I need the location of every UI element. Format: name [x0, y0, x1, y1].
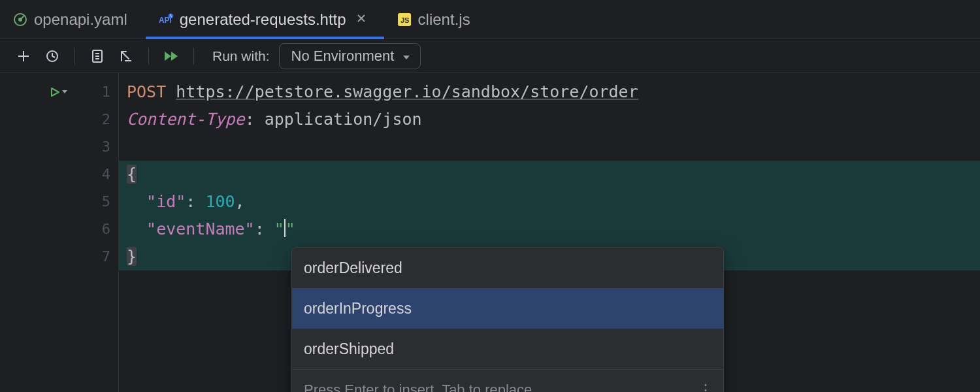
- completion-item[interactable]: orderDelivered: [292, 248, 723, 288]
- environment-value: No Environment: [291, 48, 395, 65]
- line-number: 5: [91, 188, 110, 216]
- gutter-row: 2: [0, 106, 118, 133]
- json-string-quote: ": [286, 220, 295, 238]
- completion-popup: orderDelivered orderInProgress orderShip…: [291, 247, 724, 392]
- line-number: 4: [91, 161, 110, 188]
- chevron-down-icon: [61, 90, 68, 95]
- api-icon: API: [159, 12, 173, 27]
- json-brace: }: [127, 247, 137, 266]
- completion-hint: Press Enter to insert, Tab to replace ⋮: [292, 369, 723, 392]
- js-icon: JS: [397, 12, 412, 27]
- gutter-row: 5: [0, 188, 118, 216]
- line-number: 1: [91, 78, 110, 106]
- more-icon[interactable]: ⋮: [698, 376, 714, 392]
- json-value: 100: [205, 192, 235, 211]
- completion-hint-text: Press Enter to insert, Tab to replace: [304, 376, 532, 392]
- tab-generated-requests[interactable]: API generated-requests.http: [146, 0, 384, 39]
- close-icon[interactable]: [357, 12, 366, 26]
- json-key: "eventName": [146, 220, 255, 238]
- svg-line-2: [20, 16, 24, 20]
- tabbar: openapi.yaml API generated-requests.http…: [0, 0, 980, 39]
- separator: [193, 48, 194, 65]
- http-url: https://petstore.swagger.io/sandbox/stor…: [176, 82, 638, 101]
- run-all-button[interactable]: [158, 43, 184, 69]
- line-number: 6: [91, 216, 110, 243]
- code-line: POST https://petstore.swagger.io/sandbox…: [127, 78, 980, 106]
- code-area[interactable]: POST https://petstore.swagger.io/sandbox…: [119, 73, 980, 392]
- tab-openapi[interactable]: openapi.yaml: [0, 0, 146, 39]
- code-line: Content-Type: application/json: [127, 106, 980, 133]
- add-request-button[interactable]: [10, 43, 37, 69]
- editor: 1 2 3 4 5 6 7 POST https://petstore.swag…: [0, 73, 980, 392]
- gutter-row: 1: [0, 78, 118, 106]
- code-line: "id": 100,: [127, 188, 980, 216]
- http-header-name: Content-Type: [127, 110, 245, 129]
- gutter-row: 6: [0, 216, 118, 243]
- line-number: 7: [91, 243, 110, 270]
- run-with-label: Run with:: [212, 48, 270, 64]
- completion-item[interactable]: orderShipped: [292, 329, 723, 369]
- separator: [74, 48, 75, 65]
- history-button[interactable]: [39, 43, 65, 69]
- json-string-quote: ": [274, 220, 284, 238]
- code-line: {: [127, 161, 980, 188]
- tab-label: openapi.yaml: [34, 10, 127, 29]
- gutter: 1 2 3 4 5 6 7: [0, 73, 119, 392]
- gutter-row: 4: [0, 161, 118, 188]
- chevron-down-icon: [402, 48, 411, 65]
- tab-client-js[interactable]: JS client.js: [384, 0, 489, 39]
- openapi-icon: [13, 12, 27, 27]
- tab-label: generated-requests.http: [180, 10, 346, 29]
- import-button[interactable]: [113, 43, 139, 69]
- completion-item[interactable]: orderInProgress: [292, 288, 723, 329]
- line-number: 2: [91, 106, 110, 133]
- json-brace: {: [127, 165, 137, 184]
- svg-text:JS: JS: [400, 16, 409, 24]
- separator: [148, 48, 149, 65]
- json-key: "id": [146, 192, 186, 211]
- editor-toolbar: Run with: No Environment: [0, 39, 980, 73]
- tab-label: client.js: [418, 10, 470, 29]
- environment-select[interactable]: No Environment: [279, 43, 421, 69]
- http-method: POST: [127, 82, 166, 101]
- line-number: 3: [91, 133, 110, 161]
- json-comma: ,: [235, 192, 245, 211]
- code-line: "eventName": "": [127, 216, 980, 243]
- examples-button[interactable]: [84, 43, 110, 69]
- gutter-row: 7: [0, 243, 118, 270]
- gutter-row: 3: [0, 133, 118, 161]
- http-header-value: application/json: [265, 110, 422, 129]
- run-request-button[interactable]: [50, 87, 68, 97]
- code-line: [127, 133, 980, 161]
